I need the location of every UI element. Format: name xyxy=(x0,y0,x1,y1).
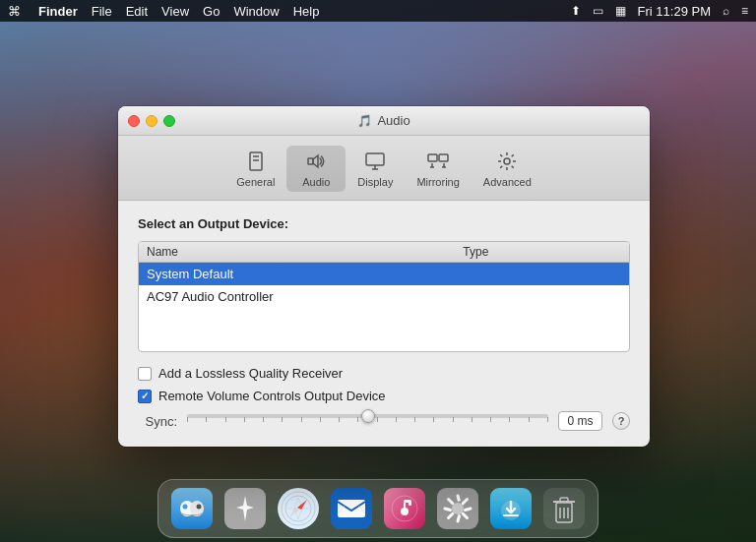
svg-point-17 xyxy=(183,505,188,510)
device-name-0: System Default xyxy=(147,267,463,281)
menubar-display-icon: ▦ xyxy=(615,4,626,18)
mail-icon xyxy=(331,488,372,529)
remote-volume-label: Remote Volume Controls Output Device xyxy=(158,389,386,403)
remote-volume-checkbox-row: Remote Volume Controls Output Device xyxy=(138,389,630,403)
general-icon xyxy=(245,150,267,173)
app-name[interactable]: Finder xyxy=(38,4,78,19)
dock-item-finder[interactable] xyxy=(168,485,216,532)
svg-rect-33 xyxy=(409,501,411,506)
tab-display-label: Display xyxy=(357,176,393,188)
table-body: System Default AC97 Audio Controller xyxy=(139,263,629,351)
col-name-header: Name xyxy=(147,245,463,259)
title-icon: 🎵 xyxy=(357,114,372,128)
tab-general-label: General xyxy=(236,176,275,188)
tab-mirroring[interactable]: Mirroring xyxy=(405,146,471,192)
dock-item-safari[interactable] xyxy=(275,485,322,532)
menubar-arrow-icon: ⬆ xyxy=(571,4,581,18)
section-title: Select an Output Device: xyxy=(138,216,630,231)
system-preferences-icon xyxy=(437,488,478,529)
device-table: Name Type System Default AC97 Audio Cont… xyxy=(138,241,630,352)
toolbar: General Audio xyxy=(118,136,650,201)
table-row[interactable]: System Default xyxy=(139,263,629,285)
device-type-1 xyxy=(463,289,621,304)
menu-go[interactable]: Go xyxy=(203,4,220,19)
sync-row: Sync: xyxy=(138,411,630,431)
sync-slider-thumb[interactable] xyxy=(361,409,375,423)
itunes-icon xyxy=(384,488,425,529)
device-type-0 xyxy=(463,267,621,281)
audio-dialog: 🎵 Audio General xyxy=(118,106,650,447)
tab-audio-label: Audio xyxy=(302,176,330,188)
display-icon xyxy=(364,150,386,173)
dock xyxy=(158,479,598,538)
svg-rect-0 xyxy=(250,152,262,170)
window-controls xyxy=(128,115,175,127)
device-name-1: AC97 Audio Controller xyxy=(147,289,463,304)
tab-audio[interactable]: Audio xyxy=(286,146,346,192)
apple-menu[interactable]: ⌘ xyxy=(8,4,21,19)
menubar-battery-icon: ▭ xyxy=(593,4,603,18)
dock-item-trash[interactable] xyxy=(540,485,588,532)
menubar-clock: Fri 11:29 PM xyxy=(638,4,711,19)
close-button[interactable] xyxy=(128,115,140,127)
dialog-title: Audio xyxy=(377,113,410,128)
titlebar: 🎵 Audio xyxy=(118,106,650,136)
menu-window[interactable]: Window xyxy=(233,4,279,19)
menu-edit[interactable]: Edit xyxy=(126,4,148,19)
tab-advanced-label: Advanced xyxy=(483,176,532,188)
audio-icon xyxy=(305,150,327,173)
dock-item-system-preferences[interactable] xyxy=(434,485,481,532)
mirroring-icon xyxy=(427,150,449,173)
sync-slider-container xyxy=(187,414,548,428)
table-header: Name Type xyxy=(139,242,629,263)
menu-view[interactable]: View xyxy=(161,4,189,19)
sync-value[interactable]: 0 ms xyxy=(558,411,602,431)
tab-general[interactable]: General xyxy=(224,146,286,192)
menu-help[interactable]: Help xyxy=(293,4,320,19)
advanced-icon xyxy=(496,150,518,173)
dialog-content: Select an Output Device: Name Type Syste… xyxy=(118,201,650,447)
trash-icon xyxy=(543,488,585,529)
dock-item-launchpad[interactable] xyxy=(221,485,269,532)
launchpad-icon xyxy=(224,488,266,529)
finder-icon xyxy=(171,488,213,529)
dock-item-itunes[interactable] xyxy=(381,485,428,532)
lossless-checkbox[interactable] xyxy=(138,367,152,381)
svg-point-18 xyxy=(197,505,202,510)
tab-display[interactable]: Display xyxy=(346,146,405,192)
downloads-icon xyxy=(490,488,532,529)
lossless-label: Add a Lossless Quality Receiver xyxy=(158,366,343,381)
sync-label: Sync: xyxy=(138,414,177,429)
svg-rect-7 xyxy=(428,154,437,161)
tab-mirroring-label: Mirroring xyxy=(416,176,459,188)
menubar: ⌘ Finder File Edit View Go Window Help ⬆… xyxy=(0,0,756,22)
safari-icon xyxy=(278,488,319,529)
dock-item-downloads[interactable] xyxy=(487,485,535,532)
minimize-button[interactable] xyxy=(146,115,158,127)
menubar-list-icon[interactable]: ≡ xyxy=(741,4,748,18)
help-button[interactable]: ? xyxy=(612,412,630,430)
maximize-button[interactable] xyxy=(163,115,175,127)
desktop: ⌘ Finder File Edit View Go Window Help ⬆… xyxy=(0,0,756,542)
svg-rect-8 xyxy=(439,154,448,161)
remote-volume-checkbox[interactable] xyxy=(138,390,152,403)
table-row[interactable]: AC97 Audio Controller xyxy=(139,285,629,308)
dock-item-mail[interactable] xyxy=(328,485,375,532)
menubar-search-icon[interactable]: ⌕ xyxy=(723,4,729,18)
svg-point-13 xyxy=(504,158,510,164)
col-type-header: Type xyxy=(463,245,621,259)
menu-file[interactable]: File xyxy=(92,4,112,19)
lossless-checkbox-row: Add a Lossless Quality Receiver xyxy=(138,366,630,381)
tab-advanced[interactable]: Advanced xyxy=(472,146,543,192)
svg-rect-4 xyxy=(366,153,384,165)
